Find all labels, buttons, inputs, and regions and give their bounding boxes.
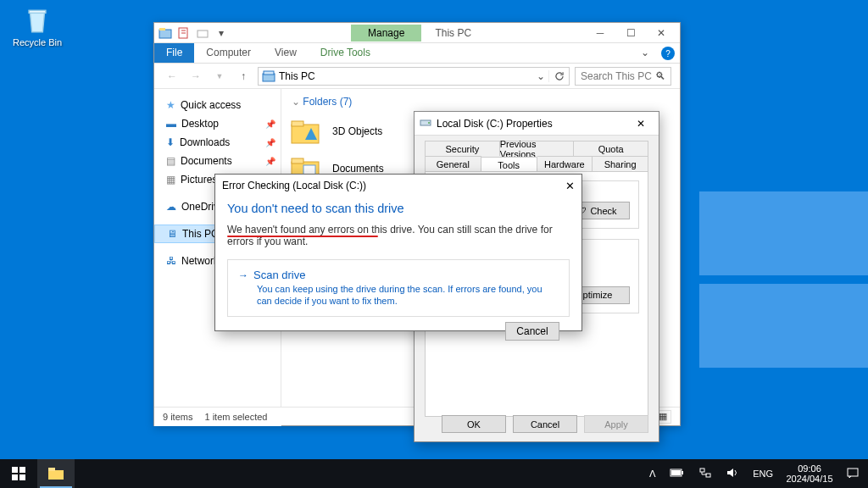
status-selected: 1 item selected <box>204 412 267 422</box>
svg-marker-26 <box>727 469 733 477</box>
accent-panel <box>699 284 868 368</box>
nav-forward-button[interactable]: → <box>186 70 205 82</box>
file-explorer-icon <box>158 25 173 41</box>
windows-logo-icon <box>12 467 25 480</box>
close-button[interactable]: ✕ <box>565 180 575 192</box>
computer-icon: 🖥 <box>167 228 177 240</box>
qat-dropdown-icon[interactable]: ▾ <box>214 25 229 41</box>
folders-header[interactable]: ⌄ Folders (7) <box>290 94 676 113</box>
scan-drive-option[interactable]: →Scan drive You can keep using the drive… <box>227 259 570 317</box>
properties-titlebar[interactable]: Local Disk (C:) Properties ✕ <box>415 112 659 136</box>
recycle-bin-label: Recycle Bin <box>12 37 63 47</box>
nav-downloads[interactable]: ⬇Downloads📌 <box>154 133 281 152</box>
ok-button[interactable]: OK <box>442 415 506 433</box>
close-button[interactable]: ✕ <box>628 114 654 133</box>
network-icon: 🖧 <box>166 255 176 267</box>
nav-quick-access[interactable]: ★Quick access <box>154 96 281 114</box>
error-checking-headline: You don't need to scan this drive <box>227 200 570 224</box>
search-icon: 🔍︎ <box>655 70 665 82</box>
network-icon[interactable] <box>695 467 715 480</box>
maximize-button[interactable]: ☐ <box>615 24 646 42</box>
properties-icon[interactable] <box>176 25 192 41</box>
cancel-button[interactable]: Cancel <box>513 415 577 433</box>
svg-rect-0 <box>29 10 46 13</box>
start-button[interactable] <box>0 459 37 488</box>
svg-rect-27 <box>848 469 858 476</box>
nav-up-button[interactable]: ↑ <box>234 70 253 82</box>
svg-rect-17 <box>12 474 18 480</box>
clock-date: 2024/04/15 <box>783 474 836 484</box>
new-folder-icon[interactable] <box>195 25 210 41</box>
pin-icon: 📌 <box>265 157 275 166</box>
svg-rect-4 <box>198 30 208 37</box>
svg-rect-19 <box>48 470 64 480</box>
error-checking-titlebar[interactable]: Error Checking (Local Disk (C:)) ✕ <box>215 175 581 197</box>
svg-rect-1 <box>159 30 171 38</box>
pin-icon: 📌 <box>265 119 275 129</box>
clock-time: 09:06 <box>783 463 836 474</box>
nav-recent-dropdown[interactable]: ▼ <box>210 72 229 80</box>
onedrive-icon: ☁ <box>166 201 176 213</box>
cancel-button[interactable]: Cancel <box>505 322 559 341</box>
tab-sharing[interactable]: Sharing <box>593 156 648 171</box>
desktop-icon: ▬ <box>166 118 176 130</box>
svg-point-14 <box>428 122 430 124</box>
tab-security[interactable]: Security <box>425 141 500 156</box>
tab-general[interactable]: General <box>425 156 481 171</box>
close-button[interactable]: ✕ <box>646 24 676 42</box>
apply-button[interactable]: Apply <box>584 415 648 433</box>
arrow-right-icon: → <box>238 269 248 281</box>
address-bar-row: ← → ▼ ↑ This PC ⌄ Search This PC 🔍︎ <box>154 64 680 89</box>
ribbon-expand-icon[interactable]: ⌄ <box>634 43 656 63</box>
tab-hardware[interactable]: Hardware <box>537 156 593 171</box>
properties-title: Local Disk (C:) Properties <box>437 118 553 130</box>
location-icon <box>259 70 279 82</box>
search-input[interactable]: Search This PC 🔍︎ <box>575 67 671 86</box>
pictures-icon: ▦ <box>166 174 175 186</box>
svg-rect-16 <box>19 467 25 473</box>
tray-chevron-icon[interactable]: ᐱ <box>646 469 659 480</box>
downloads-icon: ⬇ <box>166 136 175 148</box>
svg-rect-8 <box>292 121 303 126</box>
svg-rect-6 <box>264 71 274 75</box>
desktop-icon-recycle-bin[interactable]: Recycle Bin <box>12 7 63 47</box>
battery-icon[interactable] <box>666 468 688 480</box>
breadcrumb[interactable]: This PC <box>279 70 315 82</box>
minimize-button[interactable]: ─ <box>585 24 615 42</box>
star-icon: ★ <box>166 99 175 111</box>
tab-tools[interactable]: Tools <box>481 157 537 172</box>
manage-contextual-tab[interactable]: Manage <box>351 25 421 42</box>
notifications-icon[interactable] <box>843 467 863 480</box>
pin-icon: 📌 <box>265 138 275 147</box>
clock[interactable]: 09:06 2024/04/15 <box>783 463 836 484</box>
error-checking-title: Error Checking (Local Disk (C:)) <box>222 180 366 191</box>
folder-icon <box>290 116 320 147</box>
language-indicator[interactable]: ENG <box>749 469 776 479</box>
address-bar[interactable]: This PC ⌄ <box>258 67 570 86</box>
scan-drive-desc: You can keep using the drive during the … <box>257 283 559 308</box>
tab-drive-tools[interactable]: Drive Tools <box>309 43 382 63</box>
address-dropdown-icon[interactable]: ⌄ <box>533 70 548 82</box>
taskbar: ᐱ ENG 09:06 2024/04/15 <box>0 459 868 488</box>
refresh-icon[interactable] <box>548 70 569 82</box>
volume-icon[interactable] <box>722 467 743 480</box>
accent-panel <box>699 191 868 275</box>
help-icon[interactable]: ? <box>661 47 675 60</box>
tab-quota[interactable]: Quota <box>574 141 648 156</box>
quick-access-toolbar: ▾ Manage This PC ─ ☐ ✕ <box>154 23 680 43</box>
error-checking-dialog: Error Checking (Local Disk (C:)) ✕ You d… <box>214 174 582 331</box>
tab-view[interactable]: View <box>263 43 309 63</box>
svg-rect-20 <box>48 468 55 471</box>
taskbar-file-explorer[interactable] <box>37 459 75 488</box>
tab-file[interactable]: File <box>154 43 194 63</box>
properties-button-row: OK Cancel Apply <box>442 415 648 433</box>
nav-desktop[interactable]: ▬Desktop📌 <box>154 114 281 133</box>
nav-documents[interactable]: ▤Documents📌 <box>154 152 281 170</box>
tab-previous-versions[interactable]: Previous Versions <box>500 141 575 156</box>
search-placeholder: Search This PC <box>581 70 652 82</box>
annotation-underline <box>227 236 378 237</box>
svg-rect-24 <box>700 469 704 472</box>
tab-computer[interactable]: Computer <box>194 43 263 63</box>
nav-back-button[interactable]: ← <box>163 70 181 82</box>
svg-rect-22 <box>682 471 683 474</box>
